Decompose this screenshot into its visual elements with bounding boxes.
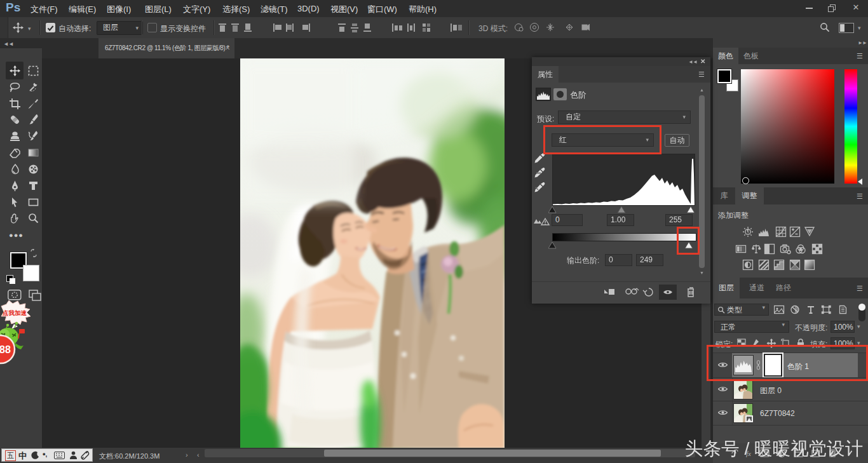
svg-text:点我加速: 点我加速 <box>3 309 27 316</box>
svg-text:88: 88 <box>0 344 11 355</box>
